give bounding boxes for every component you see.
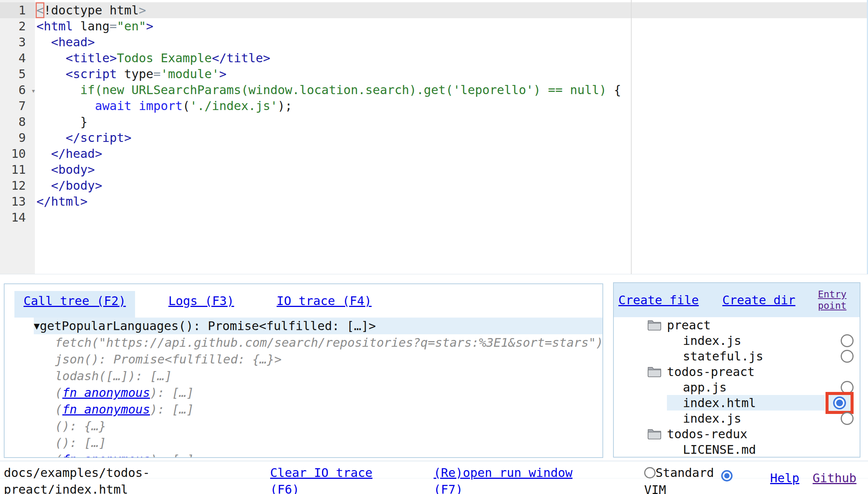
status-bar: docs/examples/todos-preact/index.html Cl… <box>0 461 868 494</box>
code-line[interactable]: <html lang="en"> <box>35 18 867 34</box>
panel-tabs: Call tree (F2) Logs (F3) IO trace (F4) <box>5 284 602 318</box>
reopen-run-window-link[interactable]: (Re)open run window (F7) <box>434 464 578 494</box>
line-number: 7 <box>0 98 35 114</box>
file-tree-file[interactable]: app.js <box>614 379 860 395</box>
file-name: preact <box>667 318 711 332</box>
call-tree-call[interactable]: (fn anonymous): […] <box>55 384 602 401</box>
entry-point-cell <box>841 412 854 425</box>
file-name: app.js <box>683 380 727 395</box>
clear-io-trace-link[interactable]: Clear IO trace (F6) <box>270 464 376 494</box>
file-name: todos-preact <box>667 365 755 379</box>
fold-arrow-icon[interactable]: ▾ <box>31 83 36 99</box>
code-line[interactable]: </head> <box>35 146 867 162</box>
code-line[interactable]: await import('./index.js'); <box>35 98 867 114</box>
line-number: 3 <box>0 34 35 50</box>
code-line[interactable]: if(new URLSearchParams(window.location.s… <box>35 82 867 98</box>
file-name: index.js <box>683 334 741 348</box>
line-number: 4 <box>0 50 35 66</box>
file-tree-panel: Create file Create dir Entry point preac… <box>613 282 860 458</box>
keyboard-mode-standard-radio[interactable] <box>644 467 656 478</box>
call-tree-call[interactable]: (): {…} <box>55 418 602 434</box>
call-tree: ▼getPopularLanguages(): Promise<fulfille… <box>5 318 602 458</box>
fn-anonymous-link[interactable]: fn anonymous <box>62 402 150 417</box>
folder-icon <box>647 428 662 440</box>
line-number: 9 <box>0 130 35 146</box>
entry-point-radio[interactable] <box>841 412 854 425</box>
code-line[interactable]: </html> <box>35 194 867 209</box>
line-number: 1 <box>0 2 35 18</box>
keyboard-mode-vim-label: VIM <box>644 483 666 494</box>
line-number: 2 <box>0 18 35 34</box>
file-tree-file[interactable]: LICENSE.md <box>614 442 860 457</box>
code-line[interactable]: <body> <box>35 162 867 178</box>
file-name: todos-redux <box>667 427 747 441</box>
code-line[interactable]: <title>Todos Example</title> <box>35 50 867 66</box>
call-tree-call[interactable]: (): […] <box>55 434 602 451</box>
entry-point-link[interactable]: Entry point <box>818 289 856 312</box>
code-editor[interactable]: 123456▾7891011121314 <!doctype html><htm… <box>0 0 868 274</box>
file-tree-file[interactable]: index.html <box>614 395 860 411</box>
entry-point-radio[interactable] <box>833 396 846 409</box>
github-link[interactable]: Github <box>813 470 857 486</box>
entry-point-cell <box>841 350 854 363</box>
folder-icon <box>647 365 662 378</box>
code-line[interactable]: <head> <box>35 34 867 50</box>
file-name: stateful.js <box>683 349 763 363</box>
call-tree-call[interactable]: (fn anonymous): […] <box>55 401 602 418</box>
call-tree-call[interactable]: fetch("https://api.github.com/search/rep… <box>55 334 602 351</box>
file-name: LICENSE.md <box>683 442 756 457</box>
call-tree-panel: Call tree (F2) Logs (F3) IO trace (F4) ▼… <box>4 283 603 458</box>
line-number: 14 <box>0 209 35 225</box>
keyboard-mode-vim-radio[interactable] <box>721 470 733 481</box>
help-link[interactable]: Help <box>770 470 799 486</box>
file-tree-file[interactable]: stateful.js <box>614 348 860 364</box>
code-line[interactable]: <script type='module'> <box>35 66 867 82</box>
file-tree-dir[interactable]: todos-preact <box>614 364 860 379</box>
code-line[interactable]: <!doctype html> <box>35 2 867 18</box>
editor-gutter: 123456▾7891011121314 <box>0 0 35 274</box>
call-tree-call[interactable]: json(): Promise<fulfilled: {…}> <box>55 351 602 368</box>
entry-point-marker <box>826 392 854 414</box>
code-line[interactable]: </body> <box>35 178 867 194</box>
fn-anonymous-link[interactable]: fn anonymous <box>62 385 150 400</box>
tab-logs[interactable]: Logs (F3) <box>159 291 243 318</box>
code-line[interactable] <box>35 209 867 225</box>
current-file-path: docs/examples/todos-preact/index.html <box>4 464 156 494</box>
create-file-link[interactable]: Create file <box>618 293 699 307</box>
line-number: 12 <box>0 178 35 194</box>
file-tree-file[interactable]: index.js <box>614 333 860 348</box>
file-tree-dir[interactable]: todos-redux <box>614 426 860 442</box>
line-number: 8 <box>0 114 35 130</box>
editor-code[interactable]: <!doctype html><html lang="en"> <head> <… <box>35 0 867 274</box>
line-number: 13 <box>0 194 35 209</box>
column-ruler <box>631 0 632 274</box>
call-tree-call[interactable]: lodash([…]): […] <box>55 368 602 384</box>
file-tree: preactindex.jsstateful.jstodos-preactapp… <box>614 317 860 457</box>
tab-io-trace[interactable]: IO trace (F4) <box>267 291 381 318</box>
file-panel-header: Create file Create dir Entry point <box>614 283 860 317</box>
create-dir-link[interactable]: Create dir <box>722 293 796 307</box>
file-tree-file[interactable]: index.js <box>614 411 860 426</box>
file-name: index.html <box>683 396 756 410</box>
file-name: index.js <box>683 411 741 426</box>
keyboard-mode-group: Standard VIM <box>644 464 743 494</box>
folder-icon <box>647 319 662 331</box>
entry-point-cell <box>826 392 854 414</box>
call-tree-node[interactable]: ▼getPopularLanguages(): Promise<fulfille… <box>34 318 602 334</box>
file-tree-dir[interactable]: preact <box>614 317 860 333</box>
call-tree-call[interactable]: (fn anonymous): […] <box>55 451 602 458</box>
keyboard-mode-standard-label: Standard <box>656 466 714 480</box>
line-number: 5 <box>0 66 35 82</box>
line-number: 6▾ <box>0 82 35 98</box>
entry-point-radio[interactable] <box>841 350 854 363</box>
text-cursor: < <box>36 3 44 17</box>
fn-anonymous-link[interactable]: fn anonymous <box>62 452 150 458</box>
code-line[interactable]: } <box>35 114 867 130</box>
tab-call-tree[interactable]: Call tree (F2) <box>14 291 135 318</box>
entry-point-cell <box>841 334 854 347</box>
code-line[interactable]: </script> <box>35 130 867 146</box>
line-number: 11 <box>0 162 35 178</box>
line-number: 10 <box>0 146 35 162</box>
entry-point-radio[interactable] <box>841 334 854 347</box>
collapse-arrow-icon[interactable]: ▼ <box>34 320 40 332</box>
